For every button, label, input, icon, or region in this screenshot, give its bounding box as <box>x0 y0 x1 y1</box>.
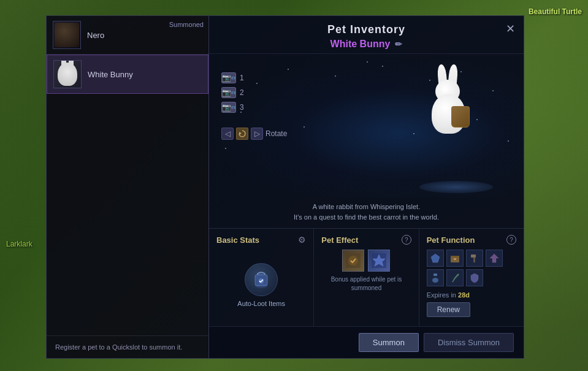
bunny-figure <box>426 72 475 140</box>
corner-text: Beautiful Turtle <box>529 7 582 16</box>
svg-point-8 <box>232 107 234 109</box>
selected-pet-name: White Bunny ✏ <box>221 39 511 50</box>
svg-rect-19 <box>454 258 456 260</box>
nero-icon <box>55 23 79 47</box>
func-icon-shield <box>466 269 483 286</box>
pet-name-nero: Nero <box>87 31 104 40</box>
renew-button[interactable]: Renew <box>427 302 470 317</box>
basic-stats-gear-icon[interactable]: ⚙ <box>298 235 306 245</box>
dismiss-summon-button[interactable]: Dismiss Summon <box>424 333 514 352</box>
svg-marker-16 <box>431 254 440 262</box>
pet-effect-content: Bonus applied while pet is summoned <box>321 250 411 320</box>
pet-effect-desc: Bonus applied while pet is summoned <box>321 275 411 293</box>
function-icons-row1 <box>427 250 516 267</box>
pet-effect-header: Pet Effect ? <box>321 235 411 245</box>
camera-icon-2 <box>221 87 236 98</box>
star-field <box>209 54 524 198</box>
camera-icon-1 <box>221 72 236 83</box>
rotate-label: Rotate <box>265 129 287 138</box>
action-slot-2[interactable]: 2 <box>221 87 244 98</box>
bottom-action-bar: Summon Dismiss Summon <box>209 326 524 358</box>
pet-description: A white rabbit from Whispering Islet. It… <box>209 198 524 228</box>
auto-loot-label: Auto-Loot Items <box>237 300 285 307</box>
func-icon-gem <box>427 250 444 267</box>
svg-rect-23 <box>433 273 437 276</box>
slot-number-2: 2 <box>240 88 244 97</box>
func-icon-hammer <box>466 250 483 267</box>
action-slot-3[interactable]: 3 <box>221 102 244 113</box>
expires-text: Expires in 28d <box>427 291 516 299</box>
slot-number-1: 1 <box>240 74 244 82</box>
svg-rect-18 <box>451 256 459 258</box>
pet-name-bunny: White Bunny <box>88 70 133 79</box>
main-content: Pet Inventory White Bunny ✏ ✕ <box>208 15 524 359</box>
camera-icon-3 <box>221 102 236 113</box>
func-icon-potion <box>427 269 444 286</box>
auto-loot-icon <box>245 263 278 296</box>
pet-effect-title: Pet Effect <box>321 235 358 245</box>
function-icons-row2 <box>427 269 516 286</box>
svg-point-2 <box>232 77 234 79</box>
edit-pet-name-icon[interactable]: ✏ <box>395 39 402 49</box>
selected-pet-name-text: White Bunny <box>330 39 391 50</box>
expires-label: Expires in <box>427 291 456 299</box>
rotate-icon <box>236 128 248 140</box>
pet-info-nero: Nero <box>87 31 104 40</box>
svg-marker-9 <box>239 132 242 135</box>
svg-marker-22 <box>490 254 498 262</box>
panel-title: Pet Inventory <box>221 23 511 36</box>
basic-stats-panel: Basic Stats ⚙ Auto-Loot Items <box>209 229 314 326</box>
left-char-label: Larklark <box>6 240 32 248</box>
bunny-thumb-icon <box>58 63 77 86</box>
svg-rect-21 <box>473 257 475 262</box>
pet-effect-help-icon[interactable]: ? <box>402 235 411 245</box>
action-slot-1[interactable]: 1 <box>221 72 244 83</box>
effect-icon-1 <box>342 250 364 272</box>
rotate-left-button[interactable]: ◁ <box>221 128 234 140</box>
pet-scene: 1 2 3 <box>209 54 524 198</box>
effect-icons-row <box>342 250 390 272</box>
stats-section: Basic Stats ⚙ Auto-Loot Items <box>209 228 524 326</box>
basic-stats-title: Basic Stats <box>216 235 259 245</box>
close-button[interactable]: ✕ <box>506 23 515 34</box>
func-icon-house <box>486 250 503 267</box>
pet-sidebar: Nero Summoned White Bunny Register a pet… <box>46 15 208 359</box>
ui-panel: Nero Summoned White Bunny Register a pet… <box>46 15 524 359</box>
panel-header: Pet Inventory White Bunny ✏ ✕ <box>209 16 524 54</box>
sidebar-tip: Register a pet to a Quickslot to summon … <box>47 335 208 358</box>
svg-rect-1 <box>232 76 234 77</box>
pet-display: 1 2 3 <box>209 54 524 228</box>
pet-thumbnail-nero <box>53 21 81 49</box>
pet-function-panel: Pet Function ? <box>419 229 524 326</box>
pet-thumbnail-bunny <box>53 60 82 88</box>
expires-days: 28d <box>458 291 470 299</box>
summon-button[interactable]: Summon <box>359 333 419 352</box>
svg-rect-4 <box>232 91 234 91</box>
svg-point-5 <box>232 92 234 94</box>
pet-desc-line1: A white rabbit from Whispering Islet. <box>227 202 505 212</box>
bunny-backpack <box>451 106 470 128</box>
pet-function-header: Pet Function ? <box>427 235 516 245</box>
basic-stats-content: Auto-Loot Items <box>216 250 306 320</box>
svg-point-24 <box>432 278 438 283</box>
rotate-control: ◁ ▷ Rotate <box>221 128 287 140</box>
pet-list-item-bunny[interactable]: White Bunny <box>47 55 208 94</box>
action-buttons: 1 2 3 <box>221 72 244 113</box>
func-icon-chest <box>446 250 464 267</box>
effect-icon-2 <box>368 250 390 272</box>
pet-function-content: Expires in 28d Renew <box>427 250 516 320</box>
func-icon-quill <box>446 269 464 286</box>
pet-list-item-nero[interactable]: Nero Summoned <box>47 16 208 55</box>
basic-stats-header: Basic Stats ⚙ <box>216 235 306 245</box>
pet-desc-line2: It's on a quest to find the best carrot … <box>227 212 505 223</box>
rotate-right-button[interactable]: ▷ <box>251 128 263 140</box>
pet-function-help-icon[interactable]: ? <box>506 235 516 245</box>
pet-effect-panel: Pet Effect ? <box>314 229 419 326</box>
ground-glow <box>419 181 493 193</box>
pet-info-bunny: White Bunny <box>88 70 133 79</box>
pet-function-title: Pet Function <box>427 235 475 245</box>
svg-rect-7 <box>232 105 234 106</box>
svg-point-14 <box>348 256 358 266</box>
summoned-badge: Summoned <box>169 21 204 28</box>
slot-number-3: 3 <box>240 103 244 112</box>
